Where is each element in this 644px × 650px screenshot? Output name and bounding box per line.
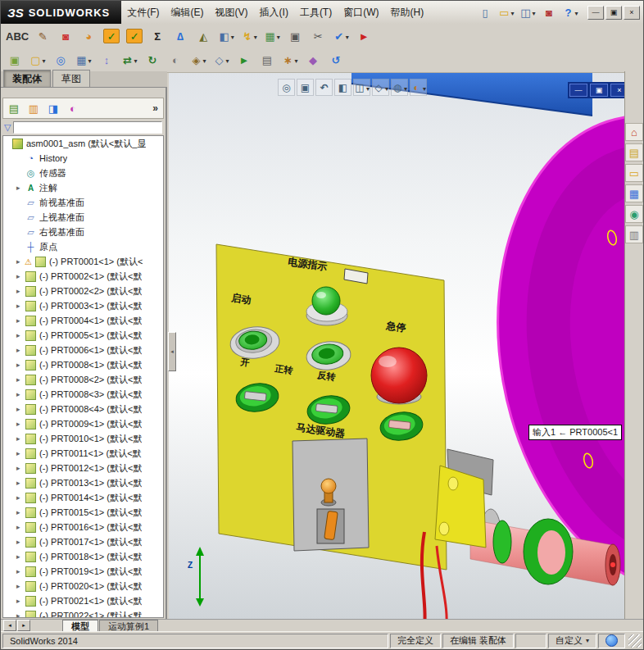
expand-arrow-icon[interactable]: [16, 257, 25, 266]
sketch-ok-button[interactable]: ✓: [101, 26, 122, 46]
hide-show-items-button[interactable]: ◍: [391, 79, 408, 96]
expand-arrow-icon[interactable]: [16, 449, 25, 457]
options-button[interactable]: ✔: [330, 26, 351, 46]
menu-edit[interactable]: 编辑(E): [166, 1, 210, 24]
move-component-button[interactable]: ⇄: [119, 50, 140, 70]
plug-ins-button[interactable]: ↯: [238, 26, 260, 46]
dropdown-caret-icon[interactable]: [574, 7, 578, 18]
exploded-view-button[interactable]: ∗: [279, 50, 301, 70]
save-button[interactable]: ◫: [517, 2, 538, 22]
dropdown-caret-icon[interactable]: [134, 54, 137, 66]
expand-arrow-icon[interactable]: [16, 597, 25, 605]
instant3d-button[interactable]: ◆: [302, 50, 324, 70]
resources-home-button[interactable]: ⌂: [625, 123, 643, 141]
tree-item-prt0019-1[interactable]: (-) PRT0019<1> (默认<默: [3, 564, 163, 579]
flag-button[interactable]: ►: [353, 26, 374, 46]
view-palette-button[interactable]: ▦: [625, 184, 643, 202]
scroll-tabs-right-button[interactable]: ▸: [17, 620, 30, 631]
open-button[interactable]: ▭: [496, 2, 517, 22]
zoom-area-button[interactable]: ▣: [297, 79, 314, 96]
tree-item-top-plane[interactable]: 上视基准面: [3, 210, 163, 225]
mate-button[interactable]: ◎: [50, 50, 71, 70]
edit-component-button[interactable]: ▣: [4, 50, 25, 70]
update-button[interactable]: ↺: [325, 50, 347, 70]
tree-item-prt0002-2[interactable]: (-) PRT0002<2> (默认<默: [3, 284, 163, 298]
expand-arrow-icon[interactable]: [16, 508, 25, 516]
expand-arrow-icon[interactable]: [16, 493, 25, 502]
tree-item-prt0022-1[interactable]: (-) PRT0022<1> (默认<默: [3, 608, 163, 618]
filter-input[interactable]: [13, 121, 162, 134]
mass-properties-button[interactable]: ◭: [193, 26, 214, 46]
menu-insert[interactable]: 插入(I): [254, 1, 294, 24]
dropdown-caret-icon[interactable]: [225, 54, 229, 66]
expand-arrow-icon[interactable]: [16, 567, 25, 575]
menu-tools[interactable]: 工具(T): [294, 1, 338, 24]
viewport[interactable]: [169, 71, 626, 621]
display-style-button[interactable]: ◇: [372, 79, 389, 96]
tree-item-prt0020-1[interactable]: (-) PRT0020<1> (默认<默: [3, 579, 163, 593]
filter-funnel-icon[interactable]: ▽: [2, 122, 11, 133]
tree-item-prt0013-1[interactable]: (-) PRT0013<1> (默认<默: [3, 475, 163, 490]
tree-item-prt0008-3[interactable]: (-) PRT0008<3> (默认<默: [3, 387, 163, 402]
tab-motion-study-1[interactable]: 运动算例1: [99, 620, 158, 632]
expand-arrow-icon[interactable]: [16, 375, 25, 384]
tree-root-assembly[interactable]: asm0001_asm (默认<默认_显: [3, 136, 163, 151]
tab-sketch[interactable]: 草图: [52, 70, 90, 87]
tree-item-prt0017-1[interactable]: (-) PRT0017<1> (默认<默: [3, 534, 163, 549]
tab-assembly[interactable]: 装配体: [3, 70, 51, 87]
tree-item-prt0015-1[interactable]: (-) PRT0015<1> (默认<默: [3, 505, 163, 520]
tree-item-prt0009-1[interactable]: (-) PRT0009<1> (默认<默: [3, 416, 163, 431]
expand-arrow-icon[interactable]: [16, 287, 25, 295]
appearance-manager-tab[interactable]: ◐: [64, 100, 82, 116]
globe-icon[interactable]: [605, 634, 618, 647]
dropdown-caret-icon[interactable]: [366, 82, 370, 93]
dropdown-caret-icon[interactable]: [510, 7, 514, 18]
expand-arrow-icon[interactable]: [16, 361, 25, 369]
featuremanager-tree-tab[interactable]: ▤: [5, 100, 23, 116]
tree-item-prt0010-1[interactable]: (-) PRT0010<1> (默认<默: [3, 431, 163, 446]
dropdown-caret-icon[interactable]: [254, 30, 257, 42]
dropdown-caret-icon[interactable]: [423, 82, 426, 93]
expand-panel-button[interactable]: »: [147, 102, 163, 114]
expand-arrow-icon[interactable]: [16, 184, 25, 192]
assembly-features-button[interactable]: ◈: [188, 50, 209, 70]
menu-file[interactable]: 文件(F): [121, 1, 165, 24]
dropdown-caret-icon[interactable]: [231, 30, 234, 42]
expand-arrow-icon[interactable]: [16, 464, 25, 472]
show-hidden-button[interactable]: ◐: [165, 50, 186, 70]
rotate-component-button[interactable]: ↻: [142, 50, 163, 70]
property-manager-tab[interactable]: ▥: [25, 100, 43, 116]
tree-item-prt0016-1[interactable]: (-) PRT0016<1> (默认<默: [3, 520, 163, 534]
motion-study-button[interactable]: ►: [234, 50, 255, 70]
expand-arrow-icon[interactable]: [16, 346, 25, 354]
dropdown-caret-icon[interactable]: [385, 82, 388, 93]
resize-grip[interactable]: [628, 634, 642, 648]
doc-restore-button[interactable]: ▣: [590, 84, 608, 97]
tree-item-prt0014-1[interactable]: (-) PRT0014<1> (默认<默: [3, 490, 163, 505]
bom-button[interactable]: ▤: [256, 50, 278, 70]
file-explorer-button[interactable]: ▭: [625, 164, 643, 182]
dropdown-caret-icon[interactable]: [404, 82, 407, 93]
doc-minimize-button[interactable]: —: [569, 84, 587, 97]
expand-arrow-icon[interactable]: [16, 552, 25, 561]
format-painter-button[interactable]: ✎: [32, 26, 53, 46]
tree-item-prt0002-1[interactable]: (-) PRT0002<1> (默认<默: [3, 269, 163, 284]
grid-system-button[interactable]: ▦: [261, 26, 283, 46]
tree-item-prt0008-2[interactable]: (-) PRT0008<2> (默认<默: [3, 372, 163, 387]
section-view-button[interactable]: ◧: [215, 26, 237, 46]
expand-arrow-icon[interactable]: [16, 316, 25, 325]
smart-fasteners-button[interactable]: ↕: [96, 50, 117, 70]
tree-item-annotations[interactable]: 注解: [3, 180, 163, 195]
tree-item-prt0012-1[interactable]: (-) PRT0012<1> (默认<默: [3, 461, 163, 475]
dropdown-caret-icon[interactable]: [532, 7, 535, 18]
screen-capture-button[interactable]: ✂: [307, 26, 329, 46]
status-custom-dropdown[interactable]: 自定义: [548, 634, 596, 648]
expand-arrow-icon[interactable]: [16, 272, 25, 280]
tree-item-right-plane[interactable]: 右视基准面: [3, 225, 163, 239]
dropdown-caret-icon[interactable]: [346, 30, 349, 42]
equations-button[interactable]: Σ: [147, 26, 168, 46]
rebuild-traffic-button[interactable]: ◙: [55, 26, 76, 46]
dropdown-caret-icon[interactable]: [294, 54, 297, 66]
dropdown-caret-icon[interactable]: [202, 54, 206, 66]
panel-splitter[interactable]: [168, 332, 176, 371]
